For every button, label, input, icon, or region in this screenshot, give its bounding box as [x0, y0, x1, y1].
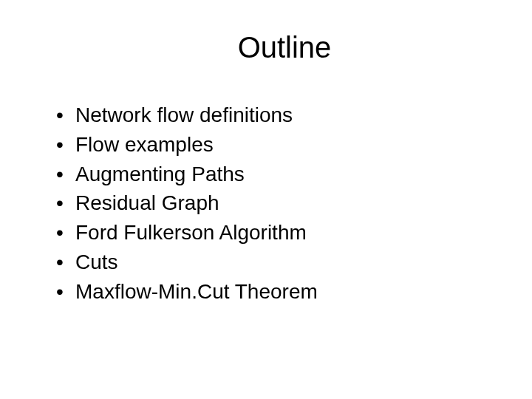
- list-item: • Maxflow-Min.Cut Theorem: [52, 278, 488, 306]
- slide-title: Outline: [81, 31, 488, 64]
- bullet-icon: •: [52, 278, 75, 306]
- list-item: • Cuts: [52, 248, 488, 276]
- list-item: • Ford Fulkerson Algorithm: [52, 219, 488, 247]
- bullet-text: Maxflow-Min.Cut Theorem: [75, 278, 488, 306]
- bullet-text: Flow examples: [75, 131, 488, 159]
- bullet-icon: •: [52, 189, 75, 217]
- slide-container: Outline • Network flow definitions • Flo…: [0, 0, 532, 399]
- list-item: • Flow examples: [52, 131, 488, 159]
- bullet-icon: •: [52, 101, 75, 129]
- bullet-text: Cuts: [75, 248, 488, 276]
- bullet-icon: •: [52, 219, 75, 247]
- bullet-list: • Network flow definitions • Flow exampl…: [44, 101, 488, 306]
- bullet-text: Ford Fulkerson Algorithm: [75, 219, 488, 247]
- list-item: • Network flow definitions: [52, 101, 488, 129]
- bullet-text: Residual Graph: [75, 189, 488, 217]
- bullet-text: Augmenting Paths: [75, 160, 488, 188]
- bullet-icon: •: [52, 248, 75, 276]
- bullet-text: Network flow definitions: [75, 101, 488, 129]
- bullet-icon: •: [52, 131, 75, 159]
- list-item: • Augmenting Paths: [52, 160, 488, 188]
- list-item: • Residual Graph: [52, 189, 488, 217]
- bullet-icon: •: [52, 160, 75, 188]
